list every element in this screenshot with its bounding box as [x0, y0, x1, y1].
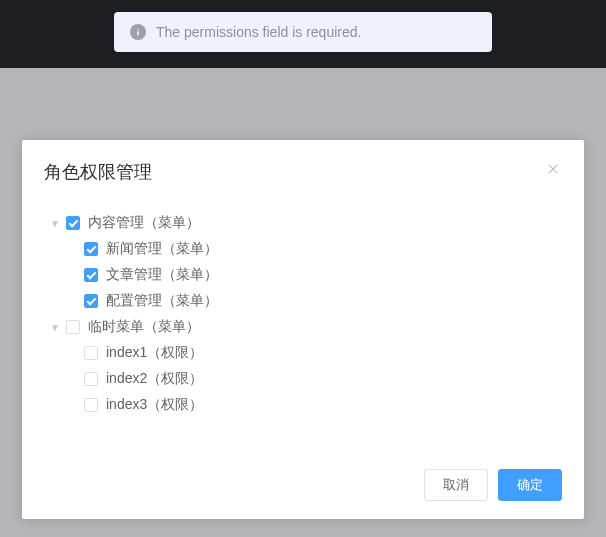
confirm-button[interactable]: 确定 — [498, 469, 562, 501]
dialog-title: 角色权限管理 — [44, 160, 152, 184]
cancel-button[interactable]: 取消 — [424, 469, 488, 501]
checkbox[interactable] — [84, 346, 98, 360]
checkbox[interactable] — [84, 372, 98, 386]
alert-banner: The permissions field is required. — [114, 12, 492, 52]
svg-rect-1 — [137, 31, 139, 35]
tree-row[interactable]: ▼ 文章管理（菜单） — [66, 262, 558, 288]
tree-row[interactable]: ▼ 配置管理（菜单） — [66, 288, 558, 314]
dialog-body: ▼ 内容管理（菜单） ▼ 新闻管理（菜单） ▼ 文章管理（菜单） ▼ — [22, 192, 584, 459]
checkbox[interactable] — [84, 294, 98, 308]
tree-children: ▼ 新闻管理（菜单） ▼ 文章管理（菜单） ▼ 配置管理（菜单） — [48, 236, 558, 314]
tree-row[interactable]: ▼ index3（权限） — [66, 392, 558, 418]
tree-row[interactable]: ▼ index2（权限） — [66, 366, 558, 392]
tree-label: 新闻管理（菜单） — [106, 240, 218, 258]
checkbox[interactable] — [84, 268, 98, 282]
tree-row[interactable]: ▼ 内容管理（菜单） — [48, 210, 558, 236]
info-icon — [130, 24, 146, 40]
tree-label: 内容管理（菜单） — [88, 214, 200, 232]
tree-label: 配置管理（菜单） — [106, 292, 218, 310]
tree-children: ▼ index1（权限） ▼ index2（权限） ▼ index3（权限） — [48, 340, 558, 418]
svg-point-0 — [137, 29, 139, 31]
tree-label: 临时菜单（菜单） — [88, 318, 200, 336]
tree-node: ▼ 临时菜单（菜单） ▼ index1（权限） ▼ index2（权限） ▼ — [48, 314, 558, 418]
checkbox[interactable] — [84, 242, 98, 256]
tree-label: 文章管理（菜单） — [106, 266, 218, 284]
alert-text: The permissions field is required. — [156, 24, 361, 40]
permissions-dialog: 角色权限管理 ▼ 内容管理（菜单） ▼ 新闻管理（菜单） ▼ 文章管理 — [22, 140, 584, 519]
dialog-footer: 取消 确定 — [22, 459, 584, 519]
checkbox[interactable] — [84, 398, 98, 412]
tree-row[interactable]: ▼ 临时菜单（菜单） — [48, 314, 558, 340]
tree-row[interactable]: ▼ 新闻管理（菜单） — [66, 236, 558, 262]
checkbox[interactable] — [66, 320, 80, 334]
close-icon[interactable] — [544, 160, 562, 178]
checkbox[interactable] — [66, 216, 80, 230]
tree-label: index1（权限） — [106, 344, 203, 362]
tree-node: ▼ 内容管理（菜单） ▼ 新闻管理（菜单） ▼ 文章管理（菜单） ▼ — [48, 210, 558, 314]
tree-row[interactable]: ▼ index1（权限） — [66, 340, 558, 366]
caret-down-icon[interactable]: ▼ — [48, 322, 62, 333]
tree-label: index2（权限） — [106, 370, 203, 388]
dialog-header: 角色权限管理 — [22, 140, 584, 192]
tree-label: index3（权限） — [106, 396, 203, 414]
caret-down-icon[interactable]: ▼ — [48, 218, 62, 229]
